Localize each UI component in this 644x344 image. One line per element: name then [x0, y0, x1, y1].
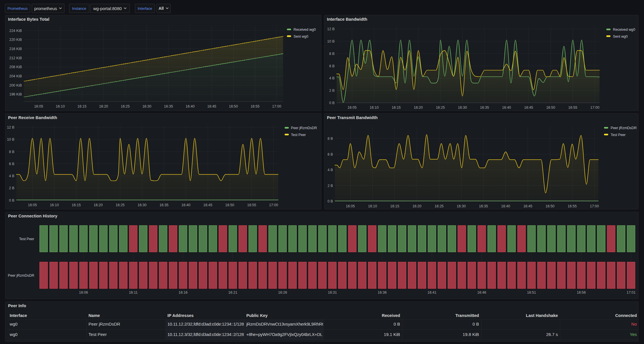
- svg-text:16:36: 16:36: [378, 291, 386, 295]
- svg-text:2 B: 2 B: [9, 186, 14, 190]
- svg-text:204 KiB: 204 KiB: [9, 74, 22, 78]
- svg-text:16:50: 16:50: [229, 104, 238, 108]
- svg-text:16:35: 16:35: [480, 106, 489, 110]
- svg-text:16:05: 16:05: [346, 204, 355, 208]
- svg-text:Peer jRzmDsDR: Peer jRzmDsDR: [291, 126, 317, 130]
- svg-text:Peer jRzmDsDR: Peer jRzmDsDR: [8, 274, 34, 278]
- svg-text:16:55: 16:55: [568, 204, 577, 208]
- svg-text:16:51: 16:51: [527, 291, 536, 295]
- svg-text:16:15: 16:15: [392, 106, 401, 110]
- svg-text:16:45: 16:45: [523, 204, 532, 208]
- svg-text:8 B: 8 B: [327, 137, 333, 141]
- svg-text:16:15: 16:15: [390, 204, 399, 208]
- svg-text:16:15: 16:15: [77, 104, 86, 108]
- svg-text:16:20: 16:20: [94, 203, 103, 207]
- svg-text:8 B: 8 B: [9, 150, 14, 154]
- svg-text:2 B: 2 B: [329, 89, 335, 93]
- svg-text:16:35: 16:35: [479, 204, 488, 208]
- svg-text:12 B: 12 B: [7, 125, 14, 129]
- svg-text:16:45: 16:45: [207, 104, 216, 108]
- svg-text:2 B: 2 B: [327, 184, 333, 188]
- svg-text:6 B: 6 B: [327, 152, 333, 156]
- svg-text:Test Peer: Test Peer: [19, 237, 34, 241]
- svg-text:0 B: 0 B: [329, 101, 335, 105]
- svg-text:Peer jRzmDsDR: Peer jRzmDsDR: [611, 126, 637, 130]
- svg-text:Test Peer: Test Peer: [291, 133, 306, 137]
- svg-text:8 B: 8 B: [329, 52, 335, 56]
- svg-text:17:00: 17:00: [269, 203, 278, 207]
- svg-text:16:16: 16:16: [178, 291, 187, 295]
- svg-text:17:00: 17:00: [590, 204, 599, 208]
- svg-text:216 KiB: 216 KiB: [9, 47, 22, 51]
- svg-text:220 KiB: 220 KiB: [9, 38, 22, 42]
- svg-text:16:56: 16:56: [577, 291, 586, 295]
- svg-text:16:55: 16:55: [247, 203, 256, 207]
- svg-text:16:55: 16:55: [568, 106, 577, 110]
- svg-text:16:11: 16:11: [129, 291, 138, 295]
- svg-text:16:21: 16:21: [228, 291, 237, 295]
- svg-text:200 KiB: 200 KiB: [9, 83, 22, 87]
- svg-text:16:55: 16:55: [251, 104, 260, 108]
- svg-text:16:40: 16:40: [501, 204, 510, 208]
- svg-text:0 B: 0 B: [9, 198, 14, 202]
- svg-text:16:45: 16:45: [203, 203, 212, 207]
- svg-text:17:00: 17:00: [590, 106, 599, 110]
- svg-text:0 B: 0 B: [327, 199, 333, 203]
- svg-text:16:20: 16:20: [412, 204, 421, 208]
- svg-text:16:05: 16:05: [348, 106, 357, 110]
- svg-text:16:35: 16:35: [164, 104, 173, 108]
- svg-text:4 B: 4 B: [9, 174, 14, 178]
- svg-text:224 KiB: 224 KiB: [9, 29, 22, 33]
- svg-text:16:46: 16:46: [477, 291, 486, 295]
- svg-text:16:50: 16:50: [546, 204, 555, 208]
- svg-text:16:40: 16:40: [186, 104, 195, 108]
- svg-text:16:30: 16:30: [457, 204, 466, 208]
- svg-text:Received wg0: Received wg0: [294, 28, 316, 32]
- svg-text:16:26: 16:26: [278, 291, 287, 295]
- svg-text:196 KiB: 196 KiB: [9, 92, 22, 96]
- svg-text:Sent wg0: Sent wg0: [294, 35, 308, 39]
- svg-text:4 B: 4 B: [327, 168, 333, 172]
- svg-text:16:10: 16:10: [50, 203, 59, 207]
- svg-text:16:31: 16:31: [328, 291, 337, 295]
- svg-text:17:01: 17:01: [626, 291, 635, 295]
- svg-text:16:30: 16:30: [138, 203, 146, 207]
- svg-text:16:05: 16:05: [28, 203, 37, 207]
- svg-text:16:25: 16:25: [116, 203, 125, 207]
- svg-text:16:40: 16:40: [181, 203, 190, 207]
- svg-text:16:20: 16:20: [414, 106, 423, 110]
- svg-text:6 B: 6 B: [9, 162, 14, 166]
- svg-text:4 B: 4 B: [329, 76, 335, 80]
- svg-text:16:30: 16:30: [142, 104, 151, 108]
- svg-text:10 B: 10 B: [7, 137, 14, 142]
- svg-text:16:10: 16:10: [370, 106, 379, 110]
- svg-text:16:40: 16:40: [502, 106, 511, 110]
- svg-text:10 B: 10 B: [327, 39, 335, 43]
- svg-text:16:41: 16:41: [427, 291, 436, 295]
- svg-text:16:50: 16:50: [546, 106, 555, 110]
- svg-text:17:00: 17:00: [272, 104, 281, 108]
- svg-text:16:05: 16:05: [34, 104, 43, 108]
- svg-text:16:25: 16:25: [435, 204, 443, 208]
- svg-text:Sent wg0: Sent wg0: [613, 35, 628, 39]
- svg-text:Test Peer: Test Peer: [611, 133, 626, 137]
- svg-text:16:30: 16:30: [458, 106, 467, 110]
- svg-text:212 KiB: 212 KiB: [9, 56, 22, 60]
- svg-text:16:25: 16:25: [436, 106, 445, 110]
- svg-text:6 B: 6 B: [329, 64, 335, 68]
- svg-text:208 KiB: 208 KiB: [9, 65, 22, 69]
- svg-text:12 B: 12 B: [327, 27, 335, 31]
- svg-text:16:45: 16:45: [524, 106, 533, 110]
- svg-text:16:06: 16:06: [79, 291, 88, 295]
- svg-text:16:25: 16:25: [121, 104, 129, 108]
- svg-text:16:20: 16:20: [99, 104, 108, 108]
- svg-text:16:35: 16:35: [159, 203, 168, 207]
- svg-text:16:10: 16:10: [368, 204, 377, 208]
- svg-text:16:15: 16:15: [72, 203, 81, 207]
- svg-text:16:10: 16:10: [56, 104, 65, 108]
- svg-text:16:50: 16:50: [225, 203, 234, 207]
- svg-text:Received wg0: Received wg0: [613, 28, 635, 32]
